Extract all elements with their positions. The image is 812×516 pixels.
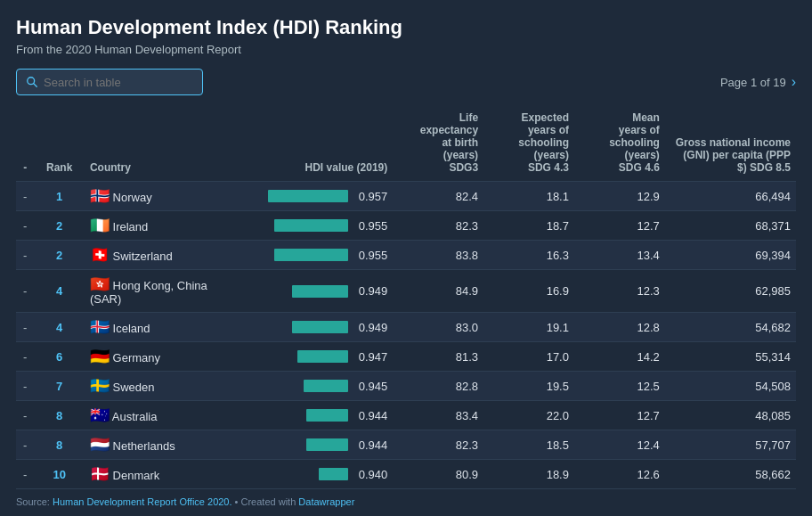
country-name: Denmark — [113, 469, 160, 482]
hdi-bar — [319, 468, 348, 480]
row-life-exp: 82.3 — [393, 430, 483, 460]
pagination: Page 1 of 19 › — [720, 74, 796, 90]
search-input[interactable] — [44, 76, 193, 89]
row-gni: 54,682 — [665, 313, 796, 342]
row-life-exp: 82.4 — [393, 182, 483, 211]
row-life-exp: 84.9 — [393, 270, 483, 313]
row-exp-school: 19.5 — [483, 372, 574, 401]
row-life-exp: 83.0 — [393, 313, 483, 342]
row-life-exp: 80.9 — [393, 460, 483, 489]
row-gni: 55,314 — [665, 342, 796, 372]
search-box[interactable] — [16, 69, 203, 95]
table-row: -8🇳🇱 Netherlands0.94482.318.512.457,707 — [16, 430, 796, 460]
hdi-bar — [304, 380, 348, 392]
row-mean-school: 12.6 — [574, 460, 665, 489]
next-page-button[interactable]: › — [792, 74, 796, 90]
flag-emoji: 🇩🇰 — [90, 465, 110, 483]
row-country: 🇸🇪 Sweden — [85, 372, 246, 401]
row-exp-school: 18.7 — [483, 211, 574, 241]
col-header-mean-school: Meanyears ofschooling(years)SDG 4.6 — [574, 104, 665, 182]
country-name: Germany — [113, 351, 160, 364]
table-body: -1🇳🇴 Norway0.95782.418.112.966,494-2🇮🇪 I… — [16, 182, 796, 489]
row-country: 🇩🇪 Germany — [85, 342, 246, 372]
row-exp-school: 22.0 — [483, 401, 574, 430]
row-exp-school: 16.9 — [483, 270, 574, 313]
row-dash: - — [16, 241, 34, 270]
country-name: Sweden — [113, 381, 155, 394]
country-name: Ireland — [113, 220, 149, 233]
table-row: -4🇭🇰 Hong Kong, China (SAR)0.94984.916.9… — [16, 270, 796, 313]
row-exp-school: 17.0 — [483, 342, 574, 372]
source-link[interactable]: Human Development Report Office 2020. — [53, 496, 232, 507]
row-exp-school: 18.1 — [483, 182, 574, 211]
svg-line-1 — [34, 84, 37, 87]
flag-emoji: 🇮🇸 — [90, 318, 110, 336]
row-rank: 6 — [34, 342, 85, 372]
hdi-value: 0.945 — [353, 380, 387, 393]
row-mean-school: 12.3 — [574, 270, 665, 313]
row-rank: 4 — [34, 313, 85, 342]
pagination-label: Page 1 of 19 — [720, 76, 786, 89]
row-life-exp: 81.3 — [393, 342, 483, 372]
row-exp-school: 19.1 — [483, 313, 574, 342]
row-rank: 2 — [34, 211, 85, 241]
row-hdi: 0.944 — [246, 430, 393, 460]
page-subtitle: From the 2020 Human Development Report — [16, 43, 796, 56]
row-life-exp: 82.8 — [393, 372, 483, 401]
row-country: 🇨🇭 Switzerland — [85, 241, 246, 270]
row-gni: 58,662 — [665, 460, 796, 489]
country-name: Netherlands — [113, 439, 175, 453]
hdi-bar — [297, 350, 348, 363]
row-hdi: 0.940 — [246, 460, 393, 489]
col-header-exp-school: Expectedyears ofschooling(years)SDG 4.3 — [483, 104, 574, 182]
table-row: -1🇳🇴 Norway0.95782.418.112.966,494 — [16, 182, 796, 211]
col-header-dash: - — [16, 104, 34, 182]
row-exp-school: 18.5 — [483, 430, 574, 460]
row-rank: 4 — [34, 270, 85, 313]
row-dash: - — [16, 372, 34, 401]
hdi-bar — [292, 285, 348, 298]
hdi-bar — [306, 438, 348, 451]
flag-emoji: 🇨🇭 — [90, 246, 110, 264]
row-rank: 10 — [34, 460, 85, 489]
row-hdi: 0.955 — [246, 211, 393, 241]
row-rank: 8 — [34, 430, 85, 460]
row-country: 🇮🇸 Iceland — [85, 313, 246, 342]
footer: Source: Human Development Report Office … — [16, 489, 796, 509]
hdi-value: 0.944 — [353, 438, 387, 452]
table-row: -7🇸🇪 Sweden0.94582.819.512.554,508 — [16, 372, 796, 401]
country-name: Switzerland — [113, 250, 173, 263]
flag-emoji: 🇭🇰 — [90, 275, 110, 293]
row-hdi: 0.945 — [246, 372, 393, 401]
row-mean-school: 14.2 — [574, 342, 665, 372]
row-hdi: 0.944 — [246, 401, 393, 430]
row-gni: 62,985 — [665, 270, 796, 313]
row-mean-school: 12.5 — [574, 372, 665, 401]
hdi-bar — [292, 321, 348, 333]
datawrapper-link[interactable]: Datawrapper — [298, 496, 354, 507]
row-rank: 2 — [34, 241, 85, 270]
row-mean-school: 12.7 — [574, 211, 665, 241]
hdi-value: 0.955 — [353, 249, 387, 262]
row-dash: - — [16, 401, 34, 430]
row-dash: - — [16, 460, 34, 489]
row-gni: 54,508 — [665, 372, 796, 401]
row-gni: 57,707 — [665, 430, 796, 460]
row-dash: - — [16, 270, 34, 313]
hdi-value: 0.955 — [353, 219, 387, 233]
row-dash: - — [16, 430, 34, 460]
row-mean-school: 12.9 — [574, 182, 665, 211]
flag-emoji: 🇸🇪 — [90, 377, 110, 395]
country-name: Norway — [113, 191, 152, 204]
col-header-gni: Gross national income(GNI) per capita (P… — [665, 104, 796, 182]
row-life-exp: 82.3 — [393, 211, 483, 241]
row-rank: 7 — [34, 372, 85, 401]
hdi-value: 0.947 — [353, 350, 387, 364]
row-dash: - — [16, 342, 34, 372]
row-country: 🇩🇰 Denmark — [85, 460, 246, 489]
flag-emoji: 🇳🇱 — [90, 436, 110, 454]
row-country: 🇳🇴 Norway — [85, 182, 246, 211]
main-container: Human Development Index (HDI) Ranking Fr… — [0, 0, 812, 516]
row-rank: 8 — [34, 401, 85, 430]
hdi-value: 0.944 — [353, 409, 387, 422]
